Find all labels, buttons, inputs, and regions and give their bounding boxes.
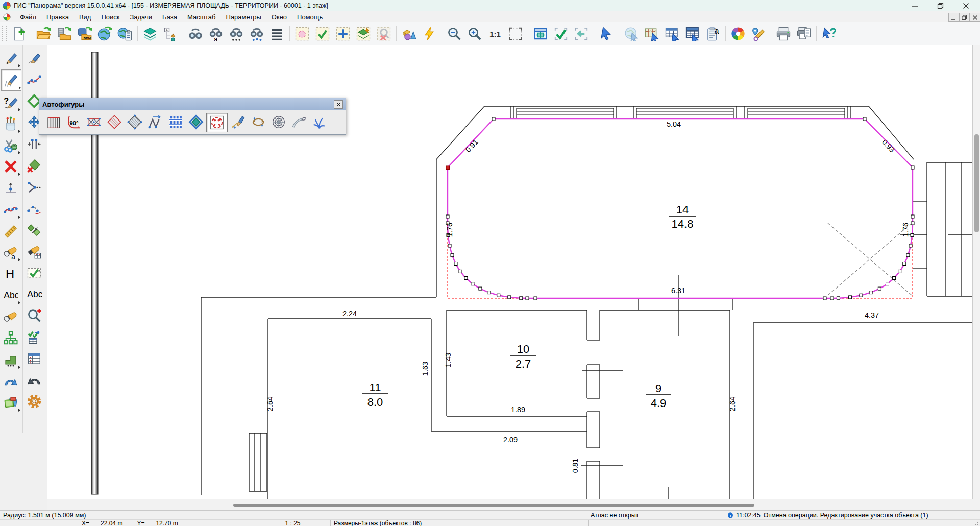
tool-diamond-delete-button[interactable] [24,155,44,176]
vertex-handle[interactable] [863,117,866,121]
vertex-handle[interactable] [526,297,529,300]
toolbar-apply-check-button[interactable] [551,24,571,43]
menu-6[interactable]: Масштаб [182,12,221,22]
toolbar-color-wheel-button[interactable] [728,24,748,43]
vertex-handle[interactable] [454,262,457,266]
toolbar-map-select-button[interactable] [642,24,662,43]
dropdown-arrow-icon[interactable] [18,366,20,369]
autoshapes-title-bar[interactable]: Автофигуры [39,98,346,110]
vertex-handle[interactable] [497,294,500,297]
mdi-minimize-button[interactable] [948,13,959,22]
vertex-handle[interactable] [479,287,482,290]
toolbar-find-area-button[interactable] [247,24,267,43]
menu-8[interactable]: Окно [266,12,292,22]
tool-flashlight-button[interactable] [1,306,20,327]
tool-checks-table-button[interactable] [24,327,44,347]
toolbar-step-back-button[interactable] [571,24,592,43]
toolbar-find-name-button[interactable]: a [206,24,226,43]
toolbar-open-map-button[interactable] [33,24,54,43]
autoshape-hatch-lines-button[interactable] [43,113,63,131]
tool-gear-button[interactable] [24,391,44,412]
vertex-handle[interactable] [878,287,881,290]
tool-pencil-hatch-button[interactable] [1,69,21,91]
autoshape-diamond-hatch-button[interactable] [104,113,125,131]
autoshape-pipe-bend-button[interactable] [289,113,309,131]
tool-text-abc-button[interactable]: Abc [1,285,20,305]
dropdown-arrow-icon[interactable] [18,108,20,111]
tool-brush-jar-button[interactable] [1,113,20,134]
vertex-handle[interactable] [869,291,872,294]
dropdown-arrow-icon[interactable] [18,130,20,133]
vertex-handle[interactable] [886,282,889,285]
autoshape-zigzag-arrow-button[interactable] [145,113,165,131]
vertex-handle[interactable] [909,244,912,247]
vertex-handle[interactable] [823,297,826,300]
vertex-handle[interactable] [451,254,454,257]
minimize-button[interactable] [904,0,925,11]
restore-button[interactable] [930,0,950,11]
vertex-handle[interactable] [898,270,901,273]
vertex-handle[interactable] [906,254,910,257]
close-button[interactable] [955,0,976,11]
autoshape-fence-grid-button[interactable] [165,113,186,131]
mdi-close-button[interactable] [970,13,980,22]
vertical-scrollbar[interactable] [972,45,980,499]
tool-images-button[interactable] [1,392,20,413]
toolbar-select-clear-button[interactable] [374,24,394,43]
dropdown-arrow-icon[interactable] [18,173,20,176]
menu-3[interactable]: Поиск [96,12,125,22]
vertex-handle[interactable] [849,296,852,299]
toolbar-select-check-button[interactable] [312,24,333,43]
vertex-handle[interactable] [860,294,863,297]
vertex-handle[interactable] [446,215,449,218]
tool-flashlight-a-button[interactable]: a [1,242,20,262]
toolbar-open-geoportal-button[interactable] [94,24,115,43]
vertex-handle[interactable] [459,270,462,273]
toolbar-select-area-button[interactable] [292,24,312,43]
toolbar-print-button[interactable] [773,24,794,43]
mdi-restore-button[interactable] [959,13,970,22]
vertex-handle[interactable] [911,222,914,225]
tool-table-list-button[interactable] [24,348,44,369]
toolbar-find-dots-button[interactable] [226,24,247,43]
dropdown-arrow-icon[interactable] [18,409,20,412]
tool-text-abc2-button[interactable]: Abc [24,284,44,304]
toolbar-select-layers-button[interactable] [353,24,374,43]
tool-letter-H-button[interactable]: H [1,264,20,284]
tool-spline-edit-button[interactable] [1,199,20,220]
toolbar-globe-select-button[interactable] [621,24,642,43]
tool-pencil-check-button[interactable] [24,48,44,68]
toolbar-open-project-button[interactable] [115,24,135,43]
menu-0[interactable]: Файл [15,12,41,22]
vertex-handle[interactable] [464,277,468,280]
toolbar-frame-select-button[interactable] [505,24,526,43]
dropdown-arrow-icon[interactable] [18,258,20,261]
vertical-scrollbar-thumb[interactable] [974,134,979,232]
resize-grip[interactable] [972,520,979,526]
vertex-handle[interactable] [830,297,834,300]
tool-scissors-button[interactable] [1,135,20,155]
menu-1[interactable]: Правка [41,12,74,22]
toolbar-table-select-button[interactable] [662,24,682,43]
dropdown-arrow-icon[interactable] [18,151,20,154]
vertex-handle[interactable] [492,117,495,121]
tool-angle-dots-button[interactable] [24,177,44,197]
toolbar-select-add-button[interactable] [333,24,353,43]
vertex-handle[interactable] [911,166,914,169]
autoshapes-palette[interactable]: Автофигуры 90° [39,98,346,135]
toolbar-open-server-button[interactable] [54,24,74,43]
autoshape-diamond-dots-button[interactable] [125,113,145,131]
tool-flashlight-calc-button[interactable] [24,241,44,261]
tool-curve-dashed-button[interactable] [24,198,44,219]
toolbar-lightning-button[interactable] [419,24,439,43]
tool-ruler-button[interactable] [1,221,20,241]
vertex-handle[interactable] [893,277,896,280]
menu-4[interactable]: Задачи [125,12,157,22]
tool-parallel-lines-button[interactable] [24,134,44,154]
autoshape-net-cross-button[interactable] [84,113,104,131]
menu-5[interactable]: База [157,12,182,22]
tool-undo-arrow-button[interactable] [24,370,44,390]
horizontal-scrollbar[interactable] [47,499,972,511]
autoshape-scatter-circle-button[interactable] [206,113,228,132]
vertex-handle[interactable] [911,215,914,218]
